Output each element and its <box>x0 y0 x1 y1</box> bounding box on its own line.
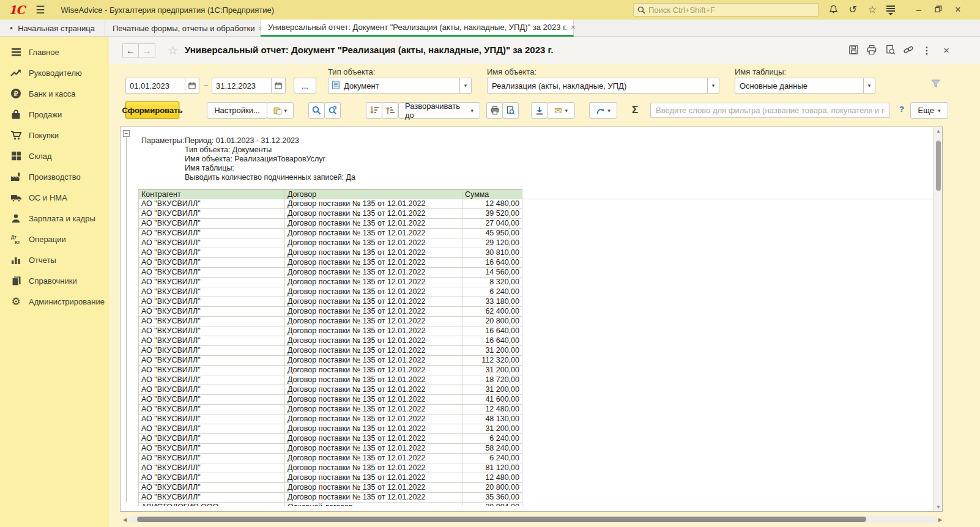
contractor-cell[interactable]: АО "ВКУСВИЛЛ" <box>138 268 285 277</box>
column-header-contract[interactable]: Договор <box>285 190 462 199</box>
history-icon[interactable]: ↺ <box>847 4 859 15</box>
contract-cell[interactable]: Договор поставки № 135 от 12.01.2022 <box>285 326 462 336</box>
amount-cell[interactable]: 6 240,00 <box>462 434 522 443</box>
table-row[interactable]: АО "ВКУСВИЛЛ" Договор поставки № 135 от … <box>138 199 522 209</box>
contract-cell[interactable]: Договор поставки № 135 от 12.01.2022 <box>285 424 462 433</box>
contractor-cell[interactable]: АО "ВКУСВИЛЛ" <box>138 278 285 287</box>
favorite-star-icon[interactable]: ☆ <box>168 43 178 57</box>
contractor-cell[interactable]: АО "ВКУСВИЛЛ" <box>138 356 285 365</box>
link-icon[interactable] <box>902 45 915 57</box>
date-to-field[interactable] <box>212 78 286 94</box>
tab-close-icon[interactable]: × <box>571 23 576 32</box>
contractor-cell[interactable]: АО "ВКУСВИЛЛ" <box>138 434 285 443</box>
collapse-group-toggle[interactable]: − <box>123 130 130 137</box>
contract-cell[interactable]: Договор поставки № 135 от 12.01.2022 <box>285 268 462 277</box>
contractor-cell[interactable]: АО "ВКУСВИЛЛ" <box>138 483 285 492</box>
contractor-cell[interactable]: АО "ВКУСВИЛЛ" <box>138 238 285 248</box>
preview-button[interactable] <box>502 102 519 119</box>
amount-cell[interactable]: 8 320,00 <box>462 278 522 287</box>
amount-cell[interactable]: 31 200,00 <box>462 366 522 375</box>
contractor-cell[interactable]: АО "ВКУСВИЛЛ" <box>138 395 285 404</box>
main-menu-hamburger-icon[interactable]: ☰ <box>35 4 45 17</box>
amount-cell[interactable]: 20 800,00 <box>462 483 522 492</box>
amount-cell[interactable]: 6 240,00 <box>462 454 522 463</box>
contract-cell[interactable]: Договор поставки № 135 от 12.01.2022 <box>285 219 462 228</box>
sidebar-item-purchases[interactable]: Покупки <box>0 125 109 146</box>
contractor-cell[interactable]: АО "ВКУСВИЛЛ" <box>138 258 285 267</box>
period-options-button[interactable]: ... <box>294 78 316 94</box>
calendar-icon[interactable] <box>271 78 285 93</box>
more-dots-icon[interactable]: ⋮ <box>920 45 934 57</box>
table-row[interactable]: АО "ВКУСВИЛЛ" Договор поставки № 135 от … <box>138 326 522 336</box>
contractor-cell[interactable]: АО "ВКУСВИЛЛ" <box>138 229 285 238</box>
contractor-cell[interactable]: АО "ВКУСВИЛЛ" <box>138 317 285 326</box>
expand-rows-button[interactable] <box>382 102 398 119</box>
contractor-cell[interactable]: АО "ВКУСВИЛЛ" <box>138 473 285 482</box>
contract-cell[interactable]: Договор поставки № 135 от 12.01.2022 <box>285 278 462 287</box>
contractor-cell[interactable]: АО "ВКУСВИЛЛ" <box>138 326 285 336</box>
tab-universal-report[interactable]: Универсальный отчет: Документ "Реализаци… <box>261 20 574 37</box>
amount-cell[interactable]: 6 240,00 <box>462 287 522 297</box>
amount-cell[interactable]: 18 720,00 <box>462 375 522 385</box>
table-row[interactable]: АО "ВКУСВИЛЛ" Договор поставки № 135 от … <box>138 258 522 268</box>
table-row[interactable]: АО "ВКУСВИЛЛ" Договор поставки № 135 от … <box>138 463 522 473</box>
filter-funnel-icon[interactable] <box>931 79 940 90</box>
table-row[interactable]: АО "ВКУСВИЛЛ" Договор поставки № 135 от … <box>138 366 522 375</box>
quick-filter-input[interactable] <box>651 103 889 117</box>
sidebar-item-manager[interactable]: Руководителю <box>0 62 109 83</box>
amount-cell[interactable]: 12 480,00 <box>462 199 522 208</box>
contract-cell[interactable]: Договор поставки № 135 от 12.01.2022 <box>285 248 462 257</box>
sidebar-item-warehouse[interactable]: Склад <box>0 146 109 166</box>
contract-cell[interactable]: Договор поставки № 135 от 12.01.2022 <box>285 463 462 473</box>
table-row[interactable]: АО "ВКУСВИЛЛ" Договор поставки № 135 от … <box>138 434 522 444</box>
download-button[interactable] <box>531 102 548 119</box>
contract-cell[interactable]: Договор поставки № 135 от 12.01.2022 <box>285 415 462 424</box>
contract-cell[interactable]: Договор поставки № 135 от 12.01.2022 <box>285 346 462 355</box>
table-row[interactable]: АО "ВКУСВИЛЛ" Договор поставки № 135 от … <box>138 209 522 219</box>
contractor-cell[interactable]: АО "ВКУСВИЛЛ" <box>138 307 285 316</box>
horizontal-scroll-thumb[interactable] <box>137 517 866 522</box>
table-row[interactable]: АО "ВКУСВИЛЛ" Договор поставки № 135 от … <box>138 405 522 415</box>
amount-cell[interactable]: 31 200,00 <box>462 346 522 355</box>
amount-cell[interactable]: 16 640,00 <box>462 326 522 336</box>
horizontal-scrollbar[interactable]: ◀ ▶ <box>121 515 944 523</box>
close-window-button[interactable]: × <box>952 4 964 15</box>
contract-cell[interactable]: Договор поставки № 135 от 12.01.2022 <box>285 199 462 208</box>
sidebar-item-administration[interactable]: ⚙ Администрирование <box>0 291 109 312</box>
table-row[interactable]: АО "ВКУСВИЛЛ" Договор поставки № 135 от … <box>138 385 522 395</box>
scroll-right-icon[interactable]: ▶ <box>937 517 944 523</box>
generate-button[interactable]: Сформировать <box>125 101 179 119</box>
sidebar-item-fixed-assets[interactable]: ОС и НМА <box>0 187 109 208</box>
quick-filter-field[interactable] <box>650 103 890 118</box>
vertical-scrollbar[interactable]: ▲ ▼ <box>934 127 942 511</box>
send-mail-button[interactable]: ✉ ▾ <box>547 102 575 119</box>
contract-cell[interactable]: Договор поставки № 135 от 12.01.2022 <box>285 385 462 394</box>
amount-cell[interactable]: 16 640,00 <box>462 336 522 345</box>
column-header-contractor[interactable]: Контрагент <box>138 190 285 199</box>
contract-cell[interactable]: Договор поставки № 135 от 12.01.2022 <box>285 366 462 375</box>
contract-cell[interactable]: Договор поставки № 135 от 12.01.2022 <box>285 395 462 404</box>
table-row[interactable]: АО "ВКУСВИЛЛ" Договор поставки № 135 от … <box>138 238 522 248</box>
amount-cell[interactable]: 30 810,00 <box>462 248 522 257</box>
table-row[interactable]: АО "ВКУСВИЛЛ" Договор поставки № 135 от … <box>138 415 522 424</box>
table-row[interactable]: АО "ВКУСВИЛЛ" Договор поставки № 135 от … <box>138 356 522 366</box>
amount-cell[interactable]: 12 480,00 <box>462 473 522 482</box>
save-icon[interactable] <box>847 45 860 57</box>
table-row[interactable]: АО "ВКУСВИЛЛ" Договор поставки № 135 от … <box>138 424 522 434</box>
sidebar-item-bank[interactable]: ₽ Банк и касса <box>0 83 109 104</box>
contract-cell[interactable]: Договор поставки № 135 от 12.01.2022 <box>285 258 462 267</box>
table-row[interactable]: АО "ВКУСВИЛЛ" Договор поставки № 135 от … <box>138 307 522 317</box>
amount-cell[interactable]: 39 520,00 <box>462 209 522 218</box>
contractor-cell[interactable]: АО "ВКУСВИЛЛ" <box>138 375 285 385</box>
tab-home[interactable]: Начальная страница <box>0 20 105 37</box>
table-row[interactable]: АО "ВКУСВИЛЛ" Договор поставки № 135 от … <box>138 317 522 326</box>
date-from-field[interactable] <box>125 78 199 94</box>
print-preview-icon[interactable] <box>883 45 897 57</box>
table-row[interactable]: АО "ВКУСВИЛЛ" Договор поставки № 135 от … <box>138 483 522 493</box>
contractor-cell[interactable]: АО "ВКУСВИЛЛ" <box>138 346 285 355</box>
contract-cell[interactable]: Договор поставки № 135 от 12.01.2022 <box>285 287 462 297</box>
chevron-down-icon[interactable]: ▾ <box>863 78 875 93</box>
print-icon[interactable] <box>865 45 878 57</box>
horizontal-scroll-track[interactable] <box>128 516 937 523</box>
contractor-cell[interactable]: АО "ВКУСВИЛЛ" <box>138 454 285 463</box>
